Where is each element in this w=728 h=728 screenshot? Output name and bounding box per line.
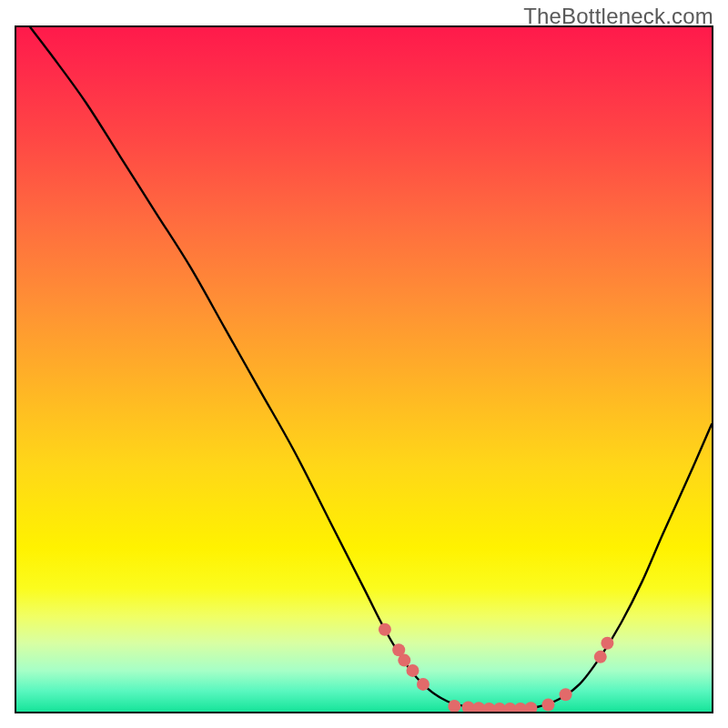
bottleneck-curve — [30, 27, 712, 710]
data-marker — [541, 698, 554, 711]
data-marker — [417, 678, 430, 691]
marker-group — [379, 623, 613, 712]
data-marker — [398, 654, 410, 667]
data-marker — [406, 664, 419, 677]
data-marker — [594, 651, 607, 663]
data-marker — [601, 637, 613, 650]
data-marker — [379, 623, 391, 636]
plot-frame — [15, 25, 713, 713]
watermark-text: TheBottleneck.com — [523, 4, 713, 29]
chart-stage: TheBottleneck.com — [0, 0, 728, 728]
plot-svg — [16, 27, 712, 712]
data-marker — [524, 702, 537, 712]
data-marker — [560, 688, 572, 701]
